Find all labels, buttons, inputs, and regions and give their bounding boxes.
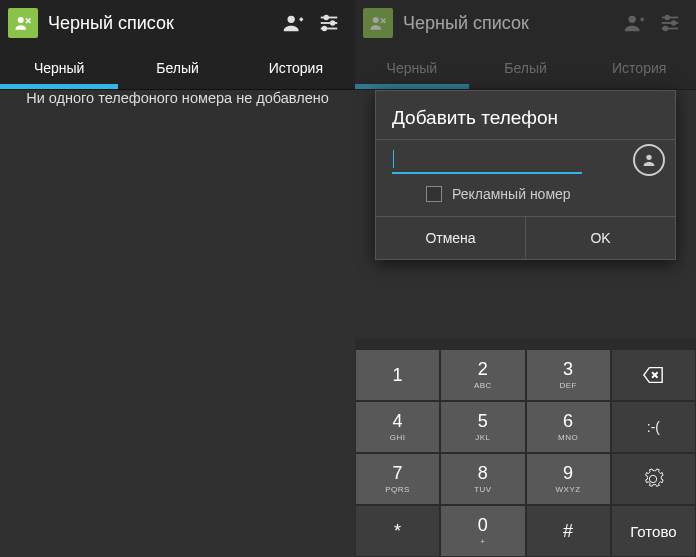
pick-contact-button[interactable] (633, 144, 665, 176)
key-7[interactable]: 7PQRS (356, 454, 439, 504)
dialog-title: Добавить телефон (376, 91, 675, 139)
phone-input[interactable] (392, 146, 582, 174)
app-icon (8, 8, 38, 38)
cancel-button[interactable]: Отмена (376, 217, 525, 259)
svg-point-5 (324, 16, 328, 20)
content-area: Ни одного телефоного номера не добавлено (0, 90, 355, 106)
app-icon (363, 8, 393, 38)
gear-key[interactable] (612, 454, 695, 504)
svg-point-10 (373, 17, 379, 23)
add-contact-button[interactable] (275, 12, 311, 34)
key-0[interactable]: 0+ (441, 506, 524, 556)
key-6[interactable]: 6MNO (527, 402, 610, 452)
tab-black[interactable]: Черный (0, 46, 118, 89)
empty-message: Ни одного телефоного номера не добавлено (26, 90, 329, 106)
ok-button[interactable]: OK (525, 217, 675, 259)
text-cursor (393, 150, 394, 168)
screen-left: Черный список Черный Белый История Ни од… (0, 0, 355, 557)
app-title: Черный список (403, 13, 616, 34)
tabs: Черный Белый История (0, 46, 355, 90)
ad-number-checkbox-row[interactable]: Рекламный номер (376, 182, 675, 216)
add-phone-dialog: Добавить телефон Рекламный номер Отмена … (375, 90, 676, 260)
svg-point-13 (629, 16, 636, 23)
key-2[interactable]: 2ABC (441, 350, 524, 400)
tab-history[interactable]: История (582, 46, 696, 89)
svg-point-3 (288, 16, 295, 23)
checkbox-label: Рекламный номер (452, 186, 571, 202)
svg-point-0 (18, 17, 24, 23)
key-*[interactable]: * (356, 506, 439, 556)
key-4[interactable]: 4GHI (356, 402, 439, 452)
key-1[interactable]: 1 (356, 350, 439, 400)
add-contact-button[interactable] (616, 12, 652, 34)
app-header: Черный список (0, 0, 355, 46)
key-9[interactable]: 9WXYZ (527, 454, 610, 504)
tab-history[interactable]: История (237, 46, 355, 89)
key-8[interactable]: 8TUV (441, 454, 524, 504)
settings-sliders-button[interactable] (652, 12, 688, 34)
tab-black[interactable]: Черный (355, 46, 469, 89)
svg-point-17 (672, 21, 676, 25)
svg-point-22 (646, 155, 651, 160)
settings-sliders-button[interactable] (311, 12, 347, 34)
tab-white[interactable]: Белый (118, 46, 236, 89)
svg-point-7 (331, 21, 335, 25)
dialog-buttons: Отмена OK (376, 216, 675, 259)
numeric-keypad: 12ABC3DEF4GHI5JKL6MNO:-(7PQRS8TUV9WXYZ*0… (355, 339, 696, 557)
app-header: Черный список (355, 0, 696, 46)
screen-right: Черный список Черный Белый История Ни од… (355, 0, 696, 557)
checkbox-icon (426, 186, 442, 202)
emoticon-key[interactable]: :-( (612, 402, 695, 452)
tabs: Черный Белый История (355, 46, 696, 90)
key-3[interactable]: 3DEF (527, 350, 610, 400)
app-title: Черный список (48, 13, 275, 34)
key-5[interactable]: 5JKL (441, 402, 524, 452)
tab-white[interactable]: Белый (469, 46, 583, 89)
svg-point-19 (664, 27, 668, 31)
key-#[interactable]: # (527, 506, 610, 556)
done-key[interactable]: Готово (612, 506, 695, 556)
backspace-key[interactable] (612, 350, 695, 400)
svg-point-9 (323, 27, 327, 31)
svg-point-15 (665, 16, 669, 20)
